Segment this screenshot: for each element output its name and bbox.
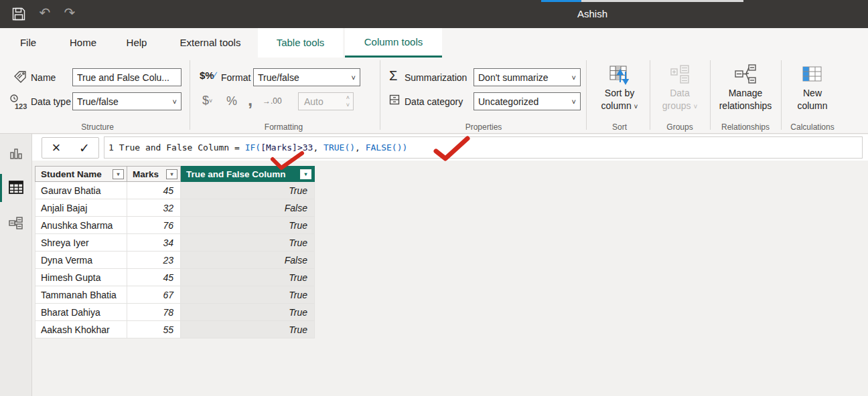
data-groups-button: Datagroups ˅: [651, 62, 709, 113]
formula-commit-group: × ✓: [42, 137, 99, 159]
data-category-select[interactable]: Uncategorized ˅: [474, 92, 581, 110]
table-row[interactable]: Shreya Iyer 34 True: [35, 234, 315, 252]
spinner-arrows-icon[interactable]: ˄˅: [346, 94, 350, 109]
summarization-label: Summarization: [405, 72, 467, 83]
formula-text: True and False Column =: [119, 142, 245, 153]
data-groups-icon: [651, 62, 709, 87]
report-view-icon: [9, 146, 23, 163]
group-label-formatting: Formatting: [194, 122, 373, 133]
ribbon-separator: [781, 60, 782, 130]
format-icon: $%∕: [200, 70, 216, 81]
tab-help[interactable]: Help: [118, 28, 155, 58]
chevron-down-icon: ˅: [352, 74, 356, 82]
column-header-student-name[interactable]: Student Name ▾: [35, 166, 127, 182]
data-view-button[interactable]: [0, 173, 32, 203]
cancel-icon[interactable]: ×: [42, 138, 70, 158]
manage-relationships-button[interactable]: Managerelationships: [713, 62, 778, 112]
name-tag-icon: [12, 70, 28, 88]
manage-relationships-icon: [713, 62, 778, 87]
new-column-icon: [784, 62, 841, 87]
formula-if-function: IF(: [245, 142, 261, 153]
window-title: Ashish: [577, 8, 607, 19]
ribbon: Name 123 Data type True/false ˅ Structur…: [0, 58, 868, 134]
currency-icon[interactable]: $˅: [202, 94, 212, 108]
formula-bar: × ✓ 1 True and False Column = IF( [Marks…: [32, 134, 868, 161]
ribbon-separator: [190, 60, 190, 130]
ribbon-separator: [650, 60, 650, 130]
decimal-places-icon[interactable]: →.00: [263, 96, 282, 106]
thousands-separator-icon[interactable]: ,: [248, 90, 252, 110]
new-column-button[interactable]: Newcolumn: [784, 62, 841, 112]
table-row[interactable]: Aakash Khokhar 55 True: [35, 321, 315, 338]
formula-condition: [Marks]>33: [261, 142, 313, 153]
model-view-icon: [8, 216, 24, 233]
save-icon[interactable]: [11, 6, 27, 22]
dax-formula-input[interactable]: 1 True and False Column = IF( [Marks]>33…: [104, 136, 863, 159]
group-label-structure: Structure: [13, 122, 182, 133]
chevron-down-icon: ˅: [693, 103, 697, 110]
chevron-down-icon: ˅: [173, 98, 177, 106]
model-view-button[interactable]: [0, 209, 32, 239]
decimal-auto-spinner[interactable]: Auto ˄˅: [298, 92, 354, 110]
report-view-button[interactable]: [0, 139, 32, 170]
formula-true-function: TRUE(): [323, 142, 355, 153]
tab-file[interactable]: File: [11, 28, 46, 58]
format-select[interactable]: True/false ˅: [253, 68, 360, 86]
percent-icon[interactable]: %: [226, 94, 237, 108]
tab-external-tools[interactable]: External tools: [166, 28, 255, 58]
table-header-row: Student Name ▾ Marks ▾ True and False Co…: [35, 166, 315, 182]
top-progress-blue: [541, 0, 581, 2]
filter-dropdown-icon[interactable]: ▾: [300, 169, 311, 179]
commit-icon[interactable]: ✓: [70, 138, 98, 158]
ribbon-tab-row: File Home Help External tools Table tool…: [0, 28, 868, 58]
group-label-groups: Groups: [651, 122, 709, 133]
table-row[interactable]: Gaurav Bhatia 45 True: [35, 182, 315, 199]
view-sidebar: [0, 134, 32, 396]
tab-column-tools[interactable]: Column tools: [345, 28, 442, 58]
sort-by-column-button[interactable]: Sort bycolumn ˅: [591, 62, 648, 113]
ribbon-separator: [586, 60, 587, 130]
svg-text:123: 123: [15, 102, 27, 110]
sort-by-column-icon: [591, 62, 648, 87]
data-view-icon: [8, 180, 24, 197]
name-label: Name: [31, 72, 56, 83]
column-name-input[interactable]: [72, 68, 182, 86]
chevron-down-icon: ˅: [634, 103, 638, 110]
data-view-canvas: Student Name ▾ Marks ▾ True and False Co…: [32, 161, 868, 396]
table-row[interactable]: Himesh Gupta 45 True: [35, 269, 315, 286]
column-header-true-false[interactable]: True and False Column ▾: [181, 166, 315, 182]
table-row[interactable]: Bharat Dahiya 78 True: [35, 304, 315, 321]
group-label-calculations: Calculations: [784, 122, 841, 133]
group-label-sort: Sort: [591, 122, 648, 133]
undo-icon[interactable]: ↶: [37, 5, 53, 21]
table-row[interactable]: Tammanah Bhatia 67 True: [35, 286, 315, 304]
group-label-relationships: Relationships: [713, 122, 778, 133]
table-row[interactable]: Anjali Bajaj 32 False: [35, 199, 315, 217]
data-category-label: Data category: [405, 96, 463, 107]
summarization-select[interactable]: Don't summarize ˅: [474, 68, 581, 86]
chevron-down-icon: ˅: [572, 98, 576, 106]
table-row[interactable]: Anushka Sharma 76 True: [35, 217, 315, 234]
filter-dropdown-icon[interactable]: ▾: [166, 169, 177, 179]
formula-false-function: FALSE()): [366, 142, 408, 153]
ribbon-separator: [380, 60, 380, 130]
title-bar: ↶ ↷ Ashish: [0, 0, 868, 28]
data-type-select[interactable]: True/false ˅: [72, 92, 182, 110]
data-category-icon: [388, 94, 401, 108]
ribbon-separator: [710, 60, 711, 130]
tab-home[interactable]: Home: [62, 28, 104, 58]
formula-line-number: 1: [104, 142, 119, 153]
table-row[interactable]: Dyna Verma 23 False: [35, 252, 315, 269]
redo-icon[interactable]: ↷: [62, 5, 78, 21]
data-table: Student Name ▾ Marks ▾ True and False Co…: [35, 166, 315, 338]
sigma-icon: Σ: [389, 68, 397, 84]
format-label: Format: [221, 72, 250, 83]
chevron-down-icon: ˅: [572, 74, 576, 82]
filter-dropdown-icon[interactable]: ▾: [113, 169, 124, 179]
tab-table-tools[interactable]: Table tools: [258, 28, 343, 58]
column-header-marks[interactable]: Marks ▾: [127, 166, 181, 182]
top-progress-light: [581, 0, 743, 2]
group-label-properties: Properties: [385, 122, 582, 133]
data-type-icon: 123: [9, 94, 28, 113]
data-type-label: Data type: [31, 96, 71, 107]
